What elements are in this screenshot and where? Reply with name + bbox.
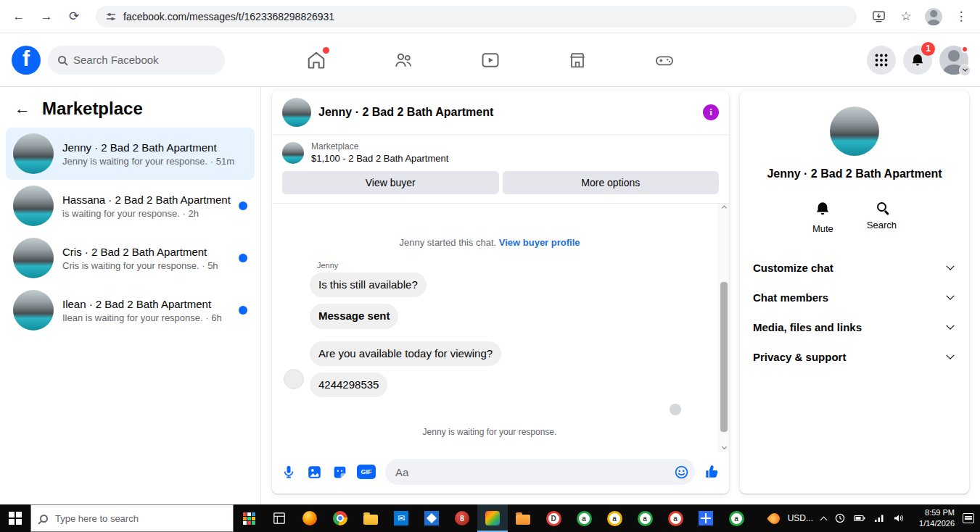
taskbar-clock[interactable]: 8:59 PM 1/14/2026 bbox=[913, 507, 955, 529]
chat-item-time: · 51m bbox=[210, 156, 234, 167]
nav-home-tab[interactable] bbox=[304, 48, 329, 72]
marketplace-inbox-sidebar: ← Marketplace Jenny · 2 Bad 2 Bath Apart… bbox=[0, 87, 261, 504]
message-bubble[interactable]: Is this still available? bbox=[310, 273, 427, 297]
taskbar-search[interactable]: Type here to search bbox=[30, 504, 234, 532]
install-app-icon[interactable] bbox=[867, 5, 890, 28]
scrollbar-thumb[interactable] bbox=[720, 282, 728, 432]
listing-thumbnail bbox=[282, 142, 304, 164]
details-avatar bbox=[830, 107, 879, 156]
conversation-title[interactable]: Jenny · 2 Bad 2 Bath Apartment bbox=[318, 106, 493, 119]
back-arrow-icon[interactable]: ← bbox=[15, 99, 30, 118]
conversation-avatar[interactable] bbox=[282, 98, 311, 127]
facebook-search-input[interactable] bbox=[73, 54, 215, 66]
sidebar-title: Marketplace bbox=[42, 99, 143, 119]
chat-list-item-jenny[interactable]: Jenny · 2 Bad 2 Bath Apartment Jenny is … bbox=[6, 128, 255, 180]
person-icon bbox=[925, 8, 942, 25]
action-center-icon[interactable] bbox=[963, 513, 974, 523]
message-input-pill[interactable] bbox=[385, 459, 695, 485]
message-bubble[interactable]: Message sent bbox=[310, 304, 398, 328]
browser-profile-1-button[interactable]: D bbox=[538, 504, 569, 532]
search-in-conversation-button[interactable]: Search bbox=[867, 201, 897, 234]
voice-clip-icon[interactable] bbox=[281, 464, 297, 480]
details-title: Jenny · 2 Bad 2 Bath Apartment bbox=[740, 167, 969, 180]
url-text[interactable]: facebook.com/messages/t/1623368298826931 bbox=[123, 11, 334, 22]
site-settings-icon[interactable] bbox=[106, 12, 116, 22]
messages-scrollbar[interactable] bbox=[718, 204, 729, 452]
scrollbar-track[interactable] bbox=[719, 214, 729, 441]
nav-video-tab[interactable] bbox=[478, 48, 503, 72]
thumbs-up-icon[interactable] bbox=[704, 464, 720, 480]
attach-photo-icon[interactable] bbox=[306, 464, 322, 480]
red-app-button[interactable]: 8 bbox=[447, 504, 477, 532]
sticker-icon[interactable] bbox=[332, 464, 347, 480]
browser-profile-5-button[interactable]: a bbox=[660, 504, 691, 532]
tray-currency[interactable]: USD... bbox=[788, 513, 813, 523]
tray-clock-icon[interactable] bbox=[834, 512, 846, 524]
view-buyer-button[interactable]: View buyer bbox=[282, 171, 499, 194]
active-app-button[interactable] bbox=[477, 504, 508, 532]
browser-profile-6-button[interactable]: a bbox=[721, 504, 752, 532]
firefox-button[interactable] bbox=[295, 504, 325, 532]
video-icon bbox=[480, 50, 501, 70]
browser-forward-icon[interactable]: → bbox=[35, 5, 58, 28]
orange-folder-button[interactable] bbox=[508, 504, 538, 532]
message-bubble[interactable]: 4244298535 bbox=[310, 373, 387, 397]
tray-app-icon[interactable] bbox=[767, 510, 782, 525]
nav-friends-tab[interactable] bbox=[391, 48, 416, 72]
scroll-down-arrow[interactable] bbox=[719, 441, 729, 452]
cortana-cube-button[interactable] bbox=[234, 504, 264, 532]
facebook-logo-icon[interactable]: f bbox=[12, 46, 41, 75]
account-menu-button[interactable] bbox=[939, 46, 968, 75]
blue-grid-app-button[interactable] bbox=[691, 504, 721, 532]
tray-battery-icon[interactable] bbox=[854, 512, 865, 524]
nav-gaming-tab[interactable] bbox=[652, 48, 677, 72]
section-customize-chat[interactable]: Customize chat bbox=[747, 253, 962, 283]
section-chat-members[interactable]: Chat members bbox=[747, 283, 962, 312]
browser-back-icon[interactable]: ← bbox=[7, 5, 30, 28]
browser-profile-3-button[interactable]: a bbox=[599, 504, 630, 532]
scroll-up-arrow[interactable] bbox=[719, 204, 729, 214]
chat-list-item-cris[interactable]: Cris · 2 Bad 2 Bath Apartment Cris is wa… bbox=[6, 232, 255, 284]
chat-list-item-ilean[interactable]: Ilean · 2 Bad 2 Bath Apartment Ilean is … bbox=[6, 284, 255, 336]
task-view-button[interactable] bbox=[264, 504, 295, 532]
listing-actions: View buyer More options bbox=[282, 171, 719, 194]
browser-profile-4-button[interactable]: a bbox=[630, 504, 660, 532]
apps-menu-button[interactable] bbox=[867, 46, 896, 75]
message-bubble[interactable]: Are you available today for viewing? bbox=[310, 341, 501, 366]
chrome-button[interactable] bbox=[325, 504, 355, 532]
emoji-icon[interactable] bbox=[673, 464, 689, 480]
browser-profile-icon[interactable] bbox=[922, 5, 945, 28]
hidden-icons-chevron[interactable] bbox=[820, 516, 828, 523]
browser-profile-2-button[interactable]: a bbox=[569, 504, 599, 532]
browser-reload-icon[interactable]: ⟳ bbox=[62, 5, 86, 28]
address-bar[interactable]: facebook.com/messages/t/1623368298826931 bbox=[96, 6, 857, 28]
search-icon bbox=[40, 515, 48, 523]
browser-menu-icon[interactable]: ⋮ bbox=[950, 5, 973, 28]
listing-summary: Marketplace $1,100 - 2 Bad 2 Bath Apartm… bbox=[282, 141, 719, 164]
start-button[interactable] bbox=[0, 504, 30, 532]
more-options-button[interactable]: More options bbox=[503, 171, 720, 194]
nav-marketplace-tab[interactable] bbox=[565, 48, 590, 72]
file-explorer-button[interactable] bbox=[355, 504, 386, 532]
gif-icon[interactable]: GIF bbox=[357, 465, 376, 479]
tray-volume-icon[interactable] bbox=[893, 512, 905, 524]
photos-button[interactable] bbox=[416, 504, 447, 532]
notification-badge: 1 bbox=[921, 42, 935, 56]
bookmark-star-icon[interactable]: ☆ bbox=[894, 5, 918, 28]
search-icon bbox=[58, 56, 66, 64]
conversation-panel: Jenny · 2 Bad 2 Bath Apartment i Marketp… bbox=[272, 91, 729, 494]
chevron-down-icon bbox=[946, 262, 954, 270]
section-media-files-links[interactable]: Media, files and links bbox=[747, 312, 962, 342]
orange-folder-icon bbox=[516, 515, 530, 525]
message-list: Jenny started this chat. View buyer prof… bbox=[272, 204, 729, 437]
section-privacy-support[interactable]: Privacy & support bbox=[747, 342, 962, 372]
tray-network-icon[interactable] bbox=[873, 512, 885, 524]
conversation-info-icon[interactable]: i bbox=[703, 104, 719, 120]
mute-button[interactable]: Mute bbox=[812, 201, 833, 234]
facebook-search[interactable] bbox=[48, 46, 225, 75]
notifications-button[interactable]: 1 bbox=[903, 46, 932, 75]
mail-button[interactable]: ✉ bbox=[386, 504, 416, 532]
view-buyer-profile-link[interactable]: View buyer profile bbox=[499, 237, 580, 248]
chat-list-item-hassana[interactable]: Hassana · 2 Bad 2 Bath Apartment is wait… bbox=[6, 180, 255, 232]
message-input[interactable] bbox=[395, 466, 673, 478]
